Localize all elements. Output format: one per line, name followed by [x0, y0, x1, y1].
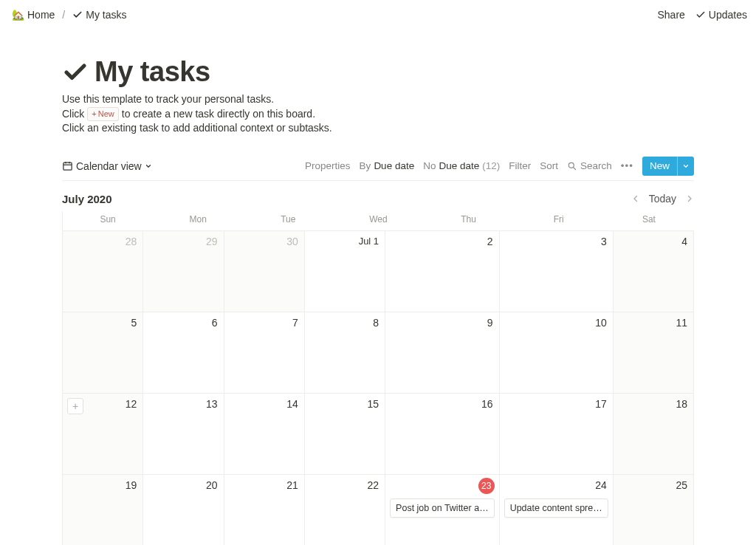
- calendar-cell[interactable]: 12+: [63, 393, 143, 474]
- prev-month-button[interactable]: [631, 194, 640, 203]
- day-number: 4: [681, 236, 687, 247]
- calendar-cell[interactable]: 17: [500, 393, 614, 474]
- page-title: My tasks: [94, 56, 210, 88]
- description: Use this template to track your personal…: [62, 92, 694, 136]
- svg-rect-0: [63, 162, 72, 170]
- calendar-day-header: Sun: [63, 211, 153, 230]
- calendar-cell[interactable]: 13: [143, 393, 224, 474]
- properties-button[interactable]: Properties: [305, 160, 351, 171]
- by-label: By: [360, 160, 371, 171]
- calendar-cell[interactable]: 6: [143, 312, 224, 393]
- topbar-right: Share Updates: [657, 9, 747, 21]
- calendar-cell[interactable]: 10: [500, 312, 614, 393]
- group-by-button[interactable]: By Due date: [360, 160, 415, 171]
- breadcrumb: 🏡 Home / My tasks: [9, 7, 129, 22]
- next-month-button[interactable]: [685, 194, 694, 203]
- calendar-day-header: Tue: [243, 211, 333, 230]
- month-label: July 2020: [62, 193, 112, 205]
- calendar-icon: [62, 160, 73, 171]
- day-number: 25: [676, 479, 687, 491]
- calendar-cell[interactable]: 23Post job on Twitter a…: [385, 474, 500, 545]
- calendar-day-header: Wed: [333, 211, 423, 230]
- calendar-cell[interactable]: 4: [614, 230, 694, 312]
- calendar-cell[interactable]: 29: [143, 230, 224, 312]
- calendar-cell[interactable]: 20: [143, 474, 224, 545]
- today-button[interactable]: Today: [649, 193, 676, 205]
- day-number: 10: [595, 317, 607, 329]
- new-chip-label: New: [98, 109, 114, 120]
- calendar-cell[interactable]: 22: [305, 474, 385, 545]
- day-number: 6: [212, 317, 218, 329]
- calendar-cell[interactable]: Jul 1: [305, 230, 385, 312]
- desc-text: Click: [62, 107, 84, 122]
- breadcrumb-current[interactable]: My tasks: [69, 7, 129, 22]
- day-number: 30: [286, 236, 298, 247]
- breadcrumb-home-label: Home: [27, 9, 55, 21]
- sort-button[interactable]: Sort: [540, 160, 558, 171]
- calendar-cell[interactable]: 11: [614, 312, 694, 393]
- calendar-cell[interactable]: 24Update content spre…: [500, 474, 614, 545]
- calendar-cell[interactable]: 28: [63, 230, 143, 312]
- filter-button[interactable]: Filter: [509, 160, 531, 171]
- updates-label: Updates: [709, 9, 747, 21]
- calendar-cell[interactable]: 9: [385, 312, 500, 393]
- day-number: 17: [595, 398, 607, 410]
- day-number: 16: [481, 398, 493, 410]
- calendar-cell[interactable]: 15: [305, 393, 385, 474]
- view-selector[interactable]: Calendar view: [62, 160, 152, 172]
- day-number: Jul 1: [359, 236, 379, 247]
- add-task-button[interactable]: +: [67, 398, 83, 414]
- task-card[interactable]: Update content spre…: [504, 498, 608, 518]
- day-number: 14: [286, 398, 298, 410]
- calendar-cell[interactable]: 3: [500, 230, 614, 312]
- new-chip-inline: + New: [87, 107, 118, 121]
- desc-line-2: Click + New to create a new task directl…: [62, 107, 694, 122]
- calendar-cell[interactable]: 8: [305, 312, 385, 393]
- day-number: 11: [676, 317, 687, 329]
- check-icon: [72, 10, 83, 20]
- day-number: 3: [601, 236, 607, 247]
- day-number: 5: [131, 317, 137, 329]
- day-number: 22: [368, 479, 379, 491]
- day-number: 2: [487, 236, 493, 247]
- desc-line-1: Use this template to track your personal…: [62, 92, 694, 107]
- share-button[interactable]: Share: [657, 9, 684, 21]
- task-card[interactable]: Post job on Twitter a…: [390, 498, 495, 518]
- day-number: 20: [206, 479, 218, 491]
- calendar-header-row: SunMonTueWedThuFriSat: [63, 211, 694, 230]
- calendar-cell[interactable]: 19: [63, 474, 143, 545]
- calendar-cell[interactable]: 16: [385, 393, 500, 474]
- updates-button[interactable]: Updates: [695, 9, 747, 21]
- page: My tasks Use this template to track your…: [0, 56, 756, 545]
- day-number: 15: [368, 398, 379, 410]
- calendar-day-header: Mon: [153, 211, 243, 230]
- day-number: 23: [478, 478, 495, 494]
- chevron-down-icon: [145, 162, 152, 170]
- share-label: Share: [657, 9, 684, 21]
- calendar-cell[interactable]: 18: [614, 393, 694, 474]
- month-row: July 2020 Today: [62, 193, 694, 205]
- calendar-cell[interactable]: 2: [385, 230, 500, 312]
- calendar-cell[interactable]: 21: [224, 474, 305, 545]
- calendar-cell[interactable]: 14: [224, 393, 305, 474]
- no-date-button[interactable]: No Due date (12): [423, 160, 500, 171]
- calendar-cell[interactable]: 5: [63, 312, 143, 393]
- no-count: (12): [482, 160, 500, 171]
- calendar-cell[interactable]: 30: [224, 230, 305, 312]
- day-number: 7: [292, 317, 298, 329]
- search-button[interactable]: Search: [567, 160, 612, 171]
- day-number: 12: [126, 398, 137, 410]
- breadcrumb-home[interactable]: 🏡 Home: [9, 7, 58, 22]
- breadcrumb-current-label: My tasks: [86, 9, 126, 21]
- more-options-button[interactable]: •••: [621, 160, 633, 171]
- no-field: Due date: [439, 160, 479, 171]
- day-number: 29: [206, 236, 218, 247]
- calendar-cell[interactable]: 7: [224, 312, 305, 393]
- new-button-main[interactable]: New: [642, 157, 677, 176]
- calendar-cell[interactable]: 25: [614, 474, 694, 545]
- day-number: 9: [487, 317, 493, 329]
- day-number: 8: [373, 317, 379, 329]
- svg-line-5: [574, 168, 576, 170]
- check-icon: [62, 59, 89, 86]
- new-button-dropdown[interactable]: [677, 157, 694, 176]
